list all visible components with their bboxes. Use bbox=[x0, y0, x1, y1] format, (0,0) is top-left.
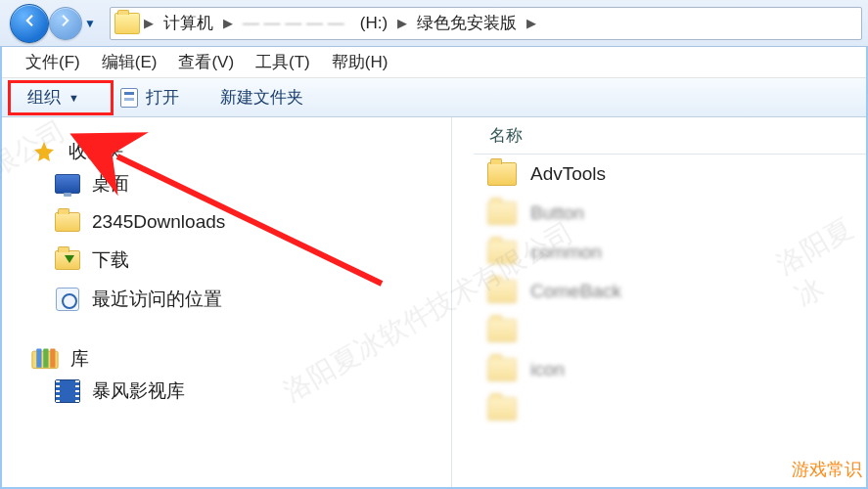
new-folder-label: 新建文件夹 bbox=[220, 86, 303, 109]
file-item-label: common bbox=[530, 242, 602, 263]
file-item[interactable]: ComeBack bbox=[474, 272, 866, 311]
nav-forward-button[interactable] bbox=[49, 7, 82, 40]
organize-menu-button[interactable]: 组织 ▼ bbox=[18, 82, 89, 112]
file-item[interactable]: icon bbox=[474, 350, 866, 389]
folder-icon bbox=[487, 280, 517, 303]
recent-places-icon bbox=[56, 288, 79, 311]
breadcrumb-segment[interactable]: 计算机 bbox=[156, 7, 221, 40]
navpane-item-downloads[interactable]: 下载 bbox=[31, 241, 441, 280]
film-icon bbox=[55, 379, 80, 403]
menu-help[interactable]: 帮助(H) bbox=[322, 47, 398, 77]
file-item[interactable] bbox=[474, 311, 866, 350]
navpane-item-label: 2345Downloads bbox=[92, 211, 225, 233]
navigation-pane: 收藏夹 桌面 2345Downloads 下载 最近访问的位置 bbox=[2, 117, 452, 487]
arrow-right-icon bbox=[57, 12, 74, 34]
folder-icon bbox=[487, 162, 517, 186]
navpane-item-recent-places[interactable]: 最近访问的位置 bbox=[31, 280, 441, 319]
breadcrumb-segment[interactable]: 绿色免安装版 bbox=[409, 7, 525, 40]
navpane-item-label: 桌面 bbox=[92, 171, 129, 197]
chevron-right-icon: ▶ bbox=[395, 16, 409, 30]
svg-rect-2 bbox=[43, 349, 48, 368]
svg-rect-1 bbox=[36, 349, 41, 368]
favorites-label: 收藏夹 bbox=[69, 139, 124, 164]
folder-icon bbox=[114, 13, 140, 34]
open-button[interactable]: 打开 bbox=[111, 82, 189, 112]
libraries-icon bbox=[31, 347, 59, 371]
file-item[interactable]: Button bbox=[474, 194, 866, 233]
chevron-right-icon: ▶ bbox=[221, 16, 235, 30]
folder-icon bbox=[487, 358, 517, 381]
favorites-header[interactable]: 收藏夹 bbox=[31, 139, 441, 164]
file-item-label: icon bbox=[530, 359, 565, 380]
file-item[interactable] bbox=[474, 389, 866, 428]
menu-file[interactable]: 文件(F) bbox=[16, 47, 90, 77]
chevron-right-icon: ▶ bbox=[142, 16, 156, 30]
file-item-label: Button bbox=[530, 202, 584, 224]
file-item[interactable]: common bbox=[474, 233, 866, 272]
column-header-name[interactable]: 名称 bbox=[474, 117, 866, 155]
folder-icon bbox=[487, 241, 517, 264]
arrow-left-icon bbox=[21, 12, 38, 34]
folder-icon bbox=[487, 201, 517, 225]
menu-view[interactable]: 查看(V) bbox=[168, 47, 244, 77]
menu-edit[interactable]: 编辑(E) bbox=[92, 47, 167, 77]
breadcrumb-segment[interactable]: (H:) bbox=[352, 8, 395, 39]
explorer-window: 文件(F) 编辑(E) 查看(V) 工具(T) 帮助(H) 组织 ▼ 打开 新建… bbox=[0, 47, 868, 489]
navpane-item-storm-video-library[interactable]: 暴风影视库 bbox=[31, 372, 441, 411]
chevron-right-icon: ▶ bbox=[525, 16, 538, 30]
monitor-icon bbox=[55, 174, 80, 194]
organize-label: 组织 bbox=[27, 86, 61, 109]
libraries-header[interactable]: 库 bbox=[31, 346, 441, 372]
document-icon bbox=[120, 88, 138, 108]
new-folder-button[interactable]: 新建文件夹 bbox=[210, 82, 313, 112]
navigation-strip: ▼ ▶ 计算机 ▶ — — — — — (H:) ▶ 绿色免安装版 ▶ bbox=[0, 0, 868, 47]
libraries-label: 库 bbox=[70, 346, 89, 372]
navpane-item-label: 下载 bbox=[92, 247, 129, 273]
command-bar: 组织 ▼ 打开 新建文件夹 bbox=[2, 78, 866, 117]
nav-history-dropdown[interactable]: ▼ bbox=[84, 17, 96, 30]
navpane-item-2345downloads[interactable]: 2345Downloads bbox=[31, 203, 441, 241]
nav-back-button[interactable] bbox=[10, 4, 49, 43]
menubar: 文件(F) 编辑(E) 查看(V) 工具(T) 帮助(H) bbox=[2, 47, 866, 78]
address-bar[interactable]: ▶ 计算机 ▶ — — — — — (H:) ▶ 绿色免安装版 ▶ bbox=[110, 7, 862, 40]
navpane-item-label: 暴风影视库 bbox=[92, 378, 185, 404]
navpane-item-label: 最近访问的位置 bbox=[92, 287, 222, 312]
folder-icon bbox=[487, 397, 517, 421]
download-folder-icon bbox=[55, 250, 80, 270]
breadcrumb-segment[interactable]: — — — — — bbox=[235, 8, 352, 39]
file-item-label: AdvTools bbox=[530, 163, 606, 185]
open-label: 打开 bbox=[146, 86, 179, 109]
menu-tools[interactable]: 工具(T) bbox=[246, 47, 320, 77]
chevron-down-icon: ▼ bbox=[69, 92, 79, 104]
file-item[interactable]: AdvTools bbox=[474, 155, 866, 194]
content-pane: 名称 AdvTools Button common ComeBack bbox=[452, 117, 866, 487]
folder-icon bbox=[487, 319, 517, 342]
star-icon bbox=[31, 140, 57, 163]
folder-icon bbox=[55, 212, 80, 232]
file-item-label: ComeBack bbox=[530, 281, 621, 302]
svg-rect-3 bbox=[50, 349, 55, 368]
navpane-item-desktop[interactable]: 桌面 bbox=[31, 164, 441, 203]
